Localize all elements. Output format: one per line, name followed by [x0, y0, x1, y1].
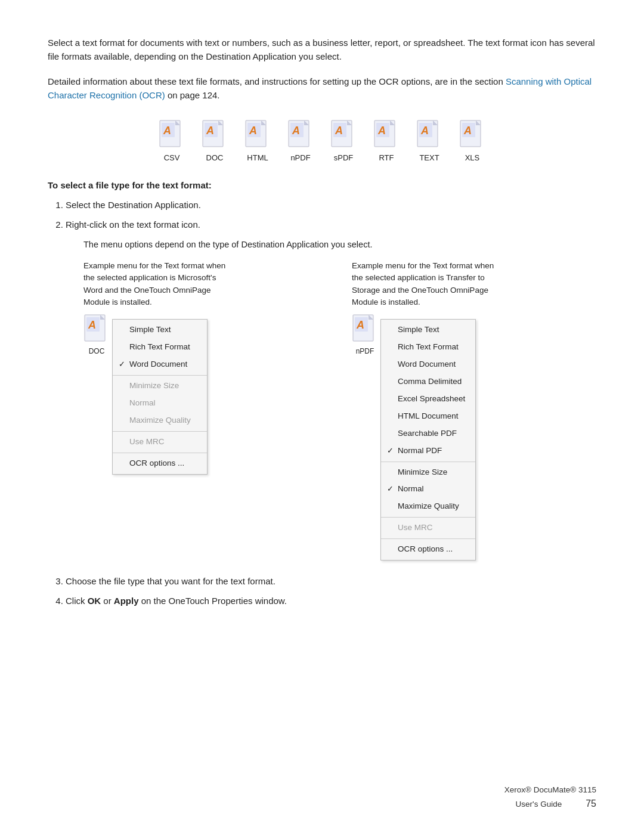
menu-item[interactable]: Rich Text Format	[381, 339, 475, 356]
menu-file-icon-wrap: ADOC	[83, 314, 110, 355]
svg-text:A: A	[88, 319, 96, 331]
svg-text:A: A	[163, 125, 171, 137]
icon-html: AHTML	[244, 120, 271, 162]
menu-item[interactable]: Comma Delimited	[381, 373, 475, 391]
footer: Xerox® DocuMate® 3115User's Guide75	[504, 784, 596, 812]
svg-text:A: A	[249, 125, 257, 137]
step-4: Click OK or Apply on the OneTouch Proper…	[66, 594, 596, 608]
footer-guide: User's Guide	[516, 800, 562, 809]
footer-brand: Xerox® DocuMate® 3115	[504, 785, 596, 794]
icon-doc: ADOC	[202, 120, 228, 162]
step-item: Select the Destination Application.	[66, 199, 596, 212]
svg-text:A: A	[356, 319, 364, 331]
menu-file-icon-label: DOC	[83, 347, 110, 355]
menu-item: Minimize Size	[113, 377, 207, 395]
menu-item: Use MRC	[113, 433, 207, 451]
ocr-link[interactable]: Scanning with Optical Character Recognit…	[48, 76, 592, 100]
menu-item[interactable]: OCR options ...	[113, 455, 207, 472]
svg-text:A: A	[292, 125, 300, 137]
menu-icon-and-dropdown: ADOCSimple TextRich Text FormatWord Docu…	[83, 314, 328, 475]
icon-label: CSV	[164, 153, 180, 162]
icon-csv: ACSV	[159, 120, 185, 162]
page-number: 75	[586, 798, 596, 809]
menu-item[interactable]: Minimize Size	[381, 464, 475, 481]
menu-item[interactable]: Simple Text	[113, 321, 207, 339]
svg-text:A: A	[377, 125, 386, 137]
menu-item[interactable]: Word Document	[381, 356, 475, 373]
menu-item[interactable]: OCR options ...	[381, 541, 475, 558]
page-content: Select a text format for documents with …	[0, 0, 644, 664]
icon-rtf: ARTF	[373, 120, 400, 162]
menu-item[interactable]: Rich Text Format	[113, 339, 207, 356]
menu-col-desc: Example menu for the Text format when th…	[83, 260, 227, 308]
svg-text:A: A	[463, 125, 472, 137]
menu-separator	[113, 375, 207, 376]
menu-options-desc: The menu options depend on the type of D…	[83, 240, 596, 249]
icon-npdf: AnPDF	[287, 120, 314, 162]
menu-item[interactable]: Maximize Quality	[381, 498, 475, 515]
menu-col-desc: Example menu for the Text format when th…	[352, 260, 495, 308]
menu-item[interactable]: HTML Document	[381, 408, 475, 425]
icon-text: ATEXT	[416, 120, 442, 162]
icon-label: HTML	[247, 153, 268, 162]
section-heading: To select a file type for the text forma…	[48, 180, 596, 190]
menu-column: Example menu for the Text format when th…	[352, 260, 596, 561]
menu-item[interactable]: Simple Text	[381, 321, 475, 339]
intro-p2: Detailed information about these text fi…	[48, 75, 596, 103]
menu-item[interactable]: Searchable PDF	[381, 425, 475, 442]
menu-item: Normal	[113, 395, 207, 412]
menu-item: Use MRC	[381, 519, 475, 537]
menu-item: Maximize Quality	[113, 412, 207, 429]
menu-separator	[113, 453, 207, 453]
menu-separator	[381, 538, 475, 539]
context-menu: Simple TextRich Text FormatWord Document…	[380, 319, 476, 561]
menu-file-icon-label: nPDF	[352, 347, 378, 355]
menu-separator	[381, 517, 475, 518]
icon-label: XLS	[465, 153, 480, 162]
svg-text:A: A	[420, 125, 429, 137]
intro-p1: Select a text format for documents with …	[48, 36, 596, 64]
menu-examples-section: Example menu for the Text format when th…	[83, 260, 596, 561]
menu-file-icon-wrap: AnPDF	[352, 314, 378, 355]
icon-label: RTF	[379, 153, 394, 162]
menu-item[interactable]: Normal PDF	[381, 442, 475, 460]
svg-text:A: A	[335, 125, 343, 137]
context-menu: Simple TextRich Text FormatWord Document…	[112, 319, 208, 475]
steps-list: Select the Destination Application.Right…	[66, 199, 596, 231]
steps-list-bottom: Choose the file type that you want for t…	[66, 575, 596, 608]
menu-separator	[381, 462, 475, 462]
file-type-icons: ACSVADOCAHTMLAnPDFAsPDFARTFATEXTAXLS	[48, 120, 596, 162]
menu-item[interactable]: Excel Spreadsheet	[381, 391, 475, 408]
menu-item[interactable]: Normal	[381, 481, 475, 498]
icon-label: nPDF	[290, 153, 310, 162]
menu-item[interactable]: Word Document	[113, 356, 207, 373]
icon-label: sPDF	[334, 153, 354, 162]
menu-separator	[113, 431, 207, 432]
svg-text:A: A	[206, 125, 214, 137]
step-3: Choose the file type that you want for t…	[66, 575, 596, 589]
icon-label: DOC	[206, 153, 224, 162]
menu-column: Example menu for the Text format when th…	[83, 260, 328, 561]
icon-label: TEXT	[419, 153, 439, 162]
step-item: Right-click on the text format icon.	[66, 218, 596, 232]
icon-spdf: AsPDF	[330, 120, 357, 162]
menu-icon-and-dropdown: AnPDFSimple TextRich Text FormatWord Doc…	[352, 314, 596, 561]
icon-xls: AXLS	[459, 120, 485, 162]
